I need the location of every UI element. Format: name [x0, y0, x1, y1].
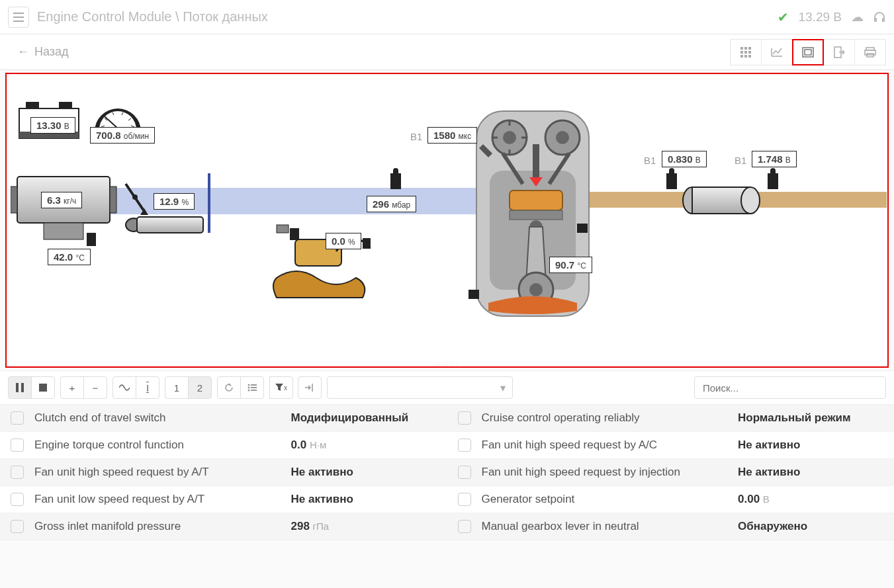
parameter-select[interactable]: ▾ [327, 376, 513, 399]
page-2-button[interactable]: 2 [188, 376, 212, 399]
o2-1-prefix: B1 [644, 155, 656, 166]
svg-rect-73 [251, 390, 257, 391]
svg-rect-40 [363, 238, 371, 249]
svg-rect-59 [577, 224, 588, 233]
svg-rect-38 [277, 225, 289, 233]
row-checkbox[interactable] [11, 493, 24, 506]
refresh-button[interactable] [217, 376, 241, 399]
breadcrumb-page: Поток данных [183, 9, 268, 24]
catalytic-converter-icon [682, 183, 761, 218]
purge-value: 0.0 % [326, 233, 361, 249]
page-1-button[interactable]: 1 [165, 376, 189, 399]
data-toolbar: + − I 1 2 x ▾ [0, 370, 894, 404]
table-row: Generator setpoint 0.00 В [447, 486, 895, 513]
iat-value: 42.0 °C [48, 249, 91, 265]
param-name: Clutch end of travel switch [34, 411, 281, 425]
data-grid: Clutch end of travel switch Модифицирова… [0, 404, 894, 540]
injector-prefix: B1 [410, 131, 422, 142]
remove-button[interactable]: − [83, 376, 107, 399]
cloud-icon[interactable]: ☁ [851, 9, 864, 24]
chevron-down-icon: ▾ [500, 382, 506, 394]
svg-point-72 [248, 390, 250, 392]
row-checkbox[interactable] [11, 411, 24, 425]
breadcrumb: Engine Control Module \ Поток данных [37, 9, 268, 24]
resize-handle[interactable]: :::::::: [436, 360, 459, 366]
map-sensor-icon [390, 173, 401, 189]
o2-2-value: 1.748 В [752, 151, 797, 167]
svg-rect-67 [39, 384, 47, 392]
pause-icon [16, 383, 24, 392]
view-chart-button[interactable] [761, 39, 793, 65]
o2-sensor-2-icon [768, 173, 778, 189]
menu-button[interactable] [8, 7, 29, 28]
svg-rect-53 [533, 144, 539, 177]
maf-value: 6.3 кг/ч [41, 192, 82, 208]
param-value: 298 гПа [291, 520, 437, 533]
stop-button[interactable] [31, 376, 55, 399]
o2-2-prefix: B1 [735, 155, 746, 166]
coolant-tank-icon [270, 218, 389, 311]
pause-button[interactable] [8, 376, 32, 399]
stop-icon [39, 384, 47, 392]
battery-voltage: 13.30 В [30, 117, 75, 134]
print-button[interactable] [854, 39, 886, 65]
param-name: Generator setpoint [482, 493, 728, 506]
svg-rect-36 [137, 217, 203, 233]
table-row: Gross inlet manifold pressure 298 гПа [0, 513, 447, 540]
param-value: Обнаружено [738, 520, 883, 533]
table-row: Clutch end of travel switch Модифицирова… [0, 405, 447, 432]
view-diagram-button[interactable] [792, 39, 824, 65]
view-text-button[interactable]: I [136, 376, 159, 399]
grid-icon [740, 47, 751, 58]
wave-icon [119, 384, 130, 391]
filter-button[interactable]: x [269, 376, 293, 399]
param-value: 0.0 Н·м [291, 439, 437, 452]
diagram-icon [802, 47, 814, 58]
search-input[interactable] [694, 376, 886, 399]
status-ok-icon: ✔ [778, 9, 789, 25]
export-button[interactable] [823, 39, 855, 65]
go-button[interactable] [298, 376, 322, 399]
param-name: Fan unit high speed request by A/C [482, 439, 728, 452]
svg-rect-9 [744, 55, 747, 58]
add-button[interactable]: + [60, 376, 84, 399]
headset-icon[interactable] [873, 11, 886, 24]
svg-rect-65 [16, 383, 19, 392]
row-checkbox[interactable] [458, 493, 471, 506]
param-value: Модифицированный [291, 411, 437, 425]
param-name: Engine torque control function [34, 439, 281, 452]
svg-rect-8 [740, 55, 743, 58]
o2-sensor-1-icon [666, 173, 677, 189]
arrow-left-icon: ← [17, 45, 29, 59]
row-checkbox[interactable] [458, 439, 471, 452]
row-checkbox[interactable] [458, 411, 471, 425]
throttle-icon [120, 179, 213, 251]
svg-rect-0 [874, 18, 877, 22]
svg-rect-54 [510, 190, 562, 210]
view-wave-button[interactable] [112, 376, 136, 399]
row-checkbox[interactable] [11, 439, 24, 452]
param-value: 0.00 В [738, 493, 883, 506]
svg-point-34 [132, 194, 138, 200]
row-checkbox[interactable] [11, 520, 24, 533]
svg-point-50 [556, 131, 569, 144]
row-checkbox[interactable] [458, 520, 471, 533]
row-checkbox[interactable] [458, 466, 471, 479]
svg-rect-10 [748, 55, 751, 58]
svg-rect-66 [21, 383, 24, 392]
injector-value: 1580 мкс [427, 127, 477, 144]
row-checkbox[interactable] [11, 466, 24, 479]
view-grid-button[interactable] [730, 39, 762, 65]
param-value: Не активно [738, 466, 883, 479]
svg-point-68 [248, 384, 250, 386]
refresh-icon [224, 383, 234, 392]
table-row: Engine torque control function 0.0 Н·м [0, 432, 447, 459]
export-icon [834, 46, 844, 58]
engine-icon [463, 105, 602, 323]
back-button[interactable]: ← Назад [8, 41, 78, 63]
param-name: Gross inlet manifold pressure [34, 520, 281, 533]
svg-rect-69 [251, 384, 257, 386]
table-row: Fan unit high speed request by A/T Не ак… [0, 459, 447, 486]
list-button[interactable] [240, 376, 264, 399]
table-row: Fan unit low speed request by A/T Не акт… [0, 486, 447, 513]
